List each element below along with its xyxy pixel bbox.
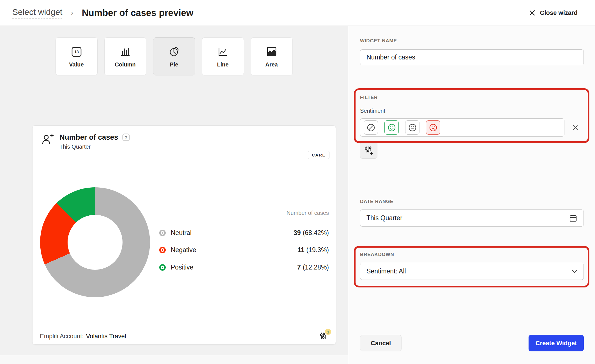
neutral-sentiment-option[interactable] <box>405 120 419 135</box>
chart-type-column[interactable]: Column <box>104 37 146 75</box>
add-filter-button[interactable] <box>360 142 377 159</box>
legend-label: Positive <box>171 264 193 271</box>
preview-area: 13 Value Column Pie <box>0 26 348 355</box>
chart-type-label: Pie <box>170 61 178 68</box>
chart-type-pie[interactable]: Pie <box>153 37 195 75</box>
neutral-sentiment-icon <box>408 123 417 132</box>
value-icon: 13 <box>70 45 83 58</box>
positive-sentiment-icon <box>387 123 396 132</box>
create-widget-button[interactable]: Create Widget <box>529 335 584 351</box>
donut-hole <box>68 215 123 270</box>
chart-type-label: Area <box>265 61 278 68</box>
bottom-strip <box>0 355 348 364</box>
close-wizard-label: Close wizard <box>540 9 578 17</box>
breakdown-select[interactable]: Sentiment: All <box>360 263 584 280</box>
svg-text:?: ? <box>125 135 127 140</box>
date-range-select[interactable]: This Quarter <box>360 209 584 227</box>
account-label: Emplifi Account: <box>40 333 84 340</box>
clear-filter-button[interactable] <box>571 123 580 132</box>
no-sentiment-option[interactable] <box>364 120 378 135</box>
positive-sentiment-option[interactable] <box>384 120 399 135</box>
sentiment-filter-label: Sentiment <box>360 108 385 114</box>
legend-row: Positive 7(12.28%) <box>159 261 329 273</box>
close-icon <box>529 9 536 17</box>
filter-label: FILTER <box>360 95 378 100</box>
sentiment-filter-field[interactable] <box>360 118 564 137</box>
legend-column-header: Number of cases <box>287 210 329 216</box>
breadcrumb-select-widget[interactable]: Select widget <box>12 7 62 19</box>
care-contact-icon <box>41 133 54 146</box>
legend-label: Negative <box>171 246 196 254</box>
widget-wizard: Select widget › Number of cases preview … <box>0 0 595 364</box>
chart-type-label: Column <box>115 61 135 68</box>
account-value: Volantis Travel <box>86 333 126 340</box>
negative-sentiment-option[interactable] <box>426 120 440 135</box>
breakdown-value: Sentiment: All <box>366 268 406 275</box>
donut-chart <box>40 187 150 297</box>
chart-type-value[interactable]: 13 Value <box>56 37 98 75</box>
widget-name-input[interactable]: Number of cases <box>360 49 584 65</box>
legend-dot <box>159 264 166 271</box>
legend-row: Negative 11(19.3%) <box>159 244 329 256</box>
filter-count-badge: 1 <box>324 328 332 335</box>
no-sentiment-icon <box>366 123 376 132</box>
widget-name-value: Number of cases <box>366 54 415 61</box>
widget-settings-panel: WIDGET NAME Number of cases FILTER Senti… <box>348 26 595 364</box>
legend-dot <box>159 247 166 253</box>
wizard-header: Select widget › Number of cases preview … <box>0 0 595 26</box>
close-wizard-button[interactable]: Close wizard <box>529 9 578 17</box>
date-range-label: DATE RANGE <box>360 199 393 204</box>
divider <box>33 155 336 155</box>
chart-type-label: Line <box>217 61 229 68</box>
help-icon[interactable]: ? <box>122 133 130 141</box>
chevron-down-icon <box>572 269 577 273</box>
cancel-button[interactable]: Cancel <box>360 335 402 351</box>
breadcrumb-chevron-icon: › <box>71 8 73 17</box>
preview-date-range: This Quarter <box>59 144 130 150</box>
legend-value: 39(68.42%) <box>294 229 329 237</box>
page-title: Number of cases preview <box>82 8 193 18</box>
area-chart-icon <box>265 45 278 58</box>
chart-type-selector: 13 Value Column Pie <box>0 37 348 75</box>
chart-type-label: Value <box>69 61 84 68</box>
chart-type-area[interactable]: Area <box>251 37 293 75</box>
svg-text:13: 13 <box>74 50 79 54</box>
care-badge: CARE <box>308 151 329 159</box>
divider <box>348 185 595 185</box>
legend-row: Neutral 39(68.42%) <box>159 227 329 239</box>
widget-preview-card: Number of cases ? This Quarter CARE Numb… <box>32 125 336 345</box>
chart-type-line[interactable]: Line <box>202 37 244 75</box>
column-chart-icon <box>119 45 132 58</box>
preview-filters-button[interactable]: 1 <box>319 331 328 341</box>
pie-chart-icon <box>168 45 181 58</box>
preview-title: Number of cases <box>59 133 118 142</box>
preview-card-header: Number of cases ? This Quarter <box>41 133 130 150</box>
legend-value: 7(12.28%) <box>297 264 329 271</box>
clear-icon <box>572 124 579 131</box>
line-chart-icon <box>216 45 229 58</box>
date-range-value: This Quarter <box>366 214 402 222</box>
preview-card-footer: Emplifi Account: Volantis Travel 1 <box>33 328 336 344</box>
legend-dot <box>159 230 166 236</box>
breakdown-label: BREAKDOWN <box>360 252 394 257</box>
negative-sentiment-icon <box>428 123 438 132</box>
add-filter-icon <box>364 145 374 155</box>
legend-value: 11(19.3%) <box>298 246 329 254</box>
calendar-icon <box>569 214 577 222</box>
widget-name-label: WIDGET NAME <box>360 38 397 44</box>
legend-label: Neutral <box>171 229 192 237</box>
